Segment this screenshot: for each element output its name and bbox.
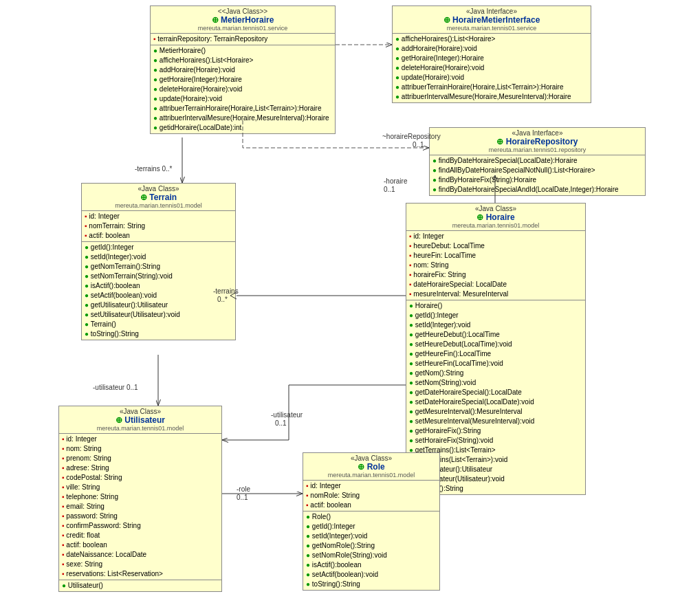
label-terrains-horaire: -terrains (213, 287, 239, 295)
label-horaire-repo: -horaire (384, 177, 407, 185)
stereotype: <<Java Class>> (153, 8, 332, 15)
class-header: «Java Interface» HoraireMetierInterface … (393, 6, 591, 34)
method: attribuerIntervalMesure(Horaire,MesureIn… (153, 113, 332, 123)
method: Terrain() (85, 320, 232, 329)
class-Utilisateur: «Java Class» Utilisateur mereuta.marian.… (58, 406, 222, 592)
field: prenom: String (62, 454, 219, 463)
field: nom: String (62, 444, 219, 454)
stereotype: «Java Class» (409, 205, 582, 212)
fields-section: terrainRepository: TerrainRepository (151, 34, 335, 45)
method: attribuerTerrainHoraire(Horaire,List<Ter… (395, 82, 588, 92)
method: toString():String (306, 580, 437, 589)
method: setId(Integer):void (409, 320, 582, 330)
class-header-MetierHoraire: <<Java Class>> MetierHoraire mereuta.mar… (151, 6, 335, 34)
method: afficheHoraires():List<Horaire> (395, 34, 588, 44)
method: getHeureFin():LocalTime (409, 349, 582, 359)
package-name: mereuta.marian.tennis01.model (62, 425, 219, 432)
label-terrains-horaire-mult: 0..* (217, 296, 228, 303)
method: setId(Integer):void (306, 531, 437, 541)
field: id: Integer (306, 481, 437, 491)
label-utilisateur-horaire-mult: 0..1 (275, 419, 287, 427)
method: getId():Integer (409, 311, 582, 320)
method: attribuerTerrainHoraire(Horaire,List<Ter… (153, 104, 332, 113)
class-Role: «Java Class» Role mereuta.marian.tennis0… (303, 452, 440, 591)
class-header: «Java Class» Role mereuta.marian.tennis0… (303, 453, 439, 481)
field: heureFin: LocalTime (409, 251, 582, 261)
field: adrese: String (62, 463, 219, 473)
method: Horaire() (409, 301, 582, 311)
method: setUtilisateur(Utilisateur):void (85, 310, 232, 320)
method: getId():Integer (85, 243, 232, 252)
package-name: mereuta.marian.tennis01.repository (432, 146, 642, 153)
field: telephone: String (62, 492, 219, 502)
method: attribuerIntervalMesure(Horaire,MesureIn… (395, 92, 588, 102)
method: findAllByDateHoraireSpecialNotNull():Lis… (432, 166, 642, 175)
fields-section: id: Integer nomRole: String actif: boole… (303, 481, 439, 512)
method: update(Horaire):void (395, 73, 588, 82)
field: id: Integer (62, 434, 219, 444)
class-name: HoraireRepository (432, 137, 642, 146)
class-HoraireRepository: «Java Interface» HoraireRepository mereu… (429, 127, 646, 196)
class-name: Utilisateur (62, 415, 219, 425)
class-Horaire: «Java Class» Horaire mereuta.marian.tenn… (406, 203, 586, 495)
field: actif: boolean (306, 500, 437, 510)
label-horaireRepository-mult: 0..1 (413, 141, 424, 148)
method: getUtilisateur():Utilisateur (85, 300, 232, 310)
label-utilisateur-horaire: -utilisateur (271, 411, 303, 419)
field: password: String (62, 512, 219, 521)
methods-section: Role() getId():Integer setId(Integer):vo… (303, 512, 439, 590)
method: getId():Integer (306, 522, 437, 531)
field: nomTerrain: String (85, 221, 232, 231)
stereotype: «Java Class» (306, 454, 437, 462)
stereotype: «Java Interface» (395, 8, 588, 15)
field: horaireFix: String (409, 270, 582, 280)
method: getHoraireFix():String (409, 426, 582, 436)
class-name: HoraireMetierInterface (395, 15, 588, 25)
method: isActif():boolean (85, 281, 232, 291)
class-header: «Java Interface» HoraireRepository mereu… (430, 128, 645, 155)
fields-section: id: Integer heureDebut: LocalTime heureF… (406, 231, 585, 300)
method: isActif():boolean (306, 560, 437, 570)
field: actif: boolean (85, 231, 232, 241)
package-name: mereuta.marian.tennis01.model (306, 472, 437, 478)
method: getHoraire(Integer):Horaire (395, 54, 588, 63)
methods-section: Utilisateur() (59, 580, 221, 591)
method: setActif(boolean):void (306, 570, 437, 580)
method: setMesureInterval(MesureInterval):void (409, 417, 582, 426)
method: getHeureDebut():LocalTime (409, 330, 582, 340)
field: codePostal: String (62, 473, 219, 483)
label-terrains-metier: -terrains 0..* (135, 165, 172, 173)
method: getidHoraire(LocalDate):int (153, 123, 332, 133)
field: sexe: String (62, 560, 219, 569)
field: actif: boolean (62, 540, 219, 550)
label-role-mult: 0..1 (237, 494, 248, 501)
method: MetierHoraire() (153, 46, 332, 56)
methods-section: afficheHoraires():List<Horaire> addHorai… (393, 34, 591, 102)
method: update(Horaire):void (153, 94, 332, 104)
fields-section: id: Integer nomTerrain: String actif: bo… (82, 211, 235, 242)
stereotype: «Java Class» (62, 408, 219, 415)
field: email: String (62, 502, 219, 512)
field: confirmPassword: String (62, 521, 219, 531)
method: Utilisateur() (62, 581, 219, 591)
stereotype: «Java Interface» (432, 129, 642, 137)
method: setHoraireFix(String):void (409, 436, 582, 446)
package-name: mereuta.marian.tennis01.model (85, 202, 232, 209)
method: getMesureInterval():MesureInterval (409, 407, 582, 417)
method: getDateHoraireSpecial():LocalDate (409, 388, 582, 397)
methods-section: MetierHoraire() afficheHoraires():List<H… (151, 45, 335, 133)
method: getNom():String (409, 368, 582, 378)
label-utilisateur: -utilisateur 0..1 (93, 384, 138, 391)
field: dateHoraireSpecial: LocalDate (409, 280, 582, 289)
method: setNom(String):void (409, 378, 582, 388)
method: Role() (306, 512, 437, 522)
label-role: -role (237, 485, 250, 493)
diagram-container: <<Java Class>> MetierHoraire mereuta.mar… (0, 0, 691, 616)
field: id: Integer (85, 212, 232, 221)
label-horaireRepository: ~horaireRepository (382, 133, 441, 140)
method: getNomTerrain():String (85, 262, 232, 272)
class-name: Role (306, 462, 437, 472)
method: deleteHoraire(Horaire):void (395, 63, 588, 73)
field: heureDebut: LocalTime (409, 241, 582, 251)
label-horaire-repo-mult: 0..1 (384, 186, 395, 193)
